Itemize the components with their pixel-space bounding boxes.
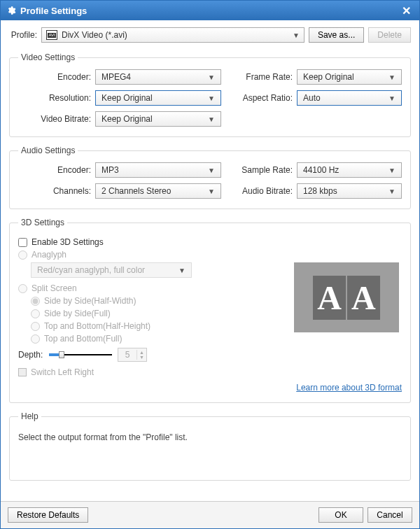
anaglyph-row: Anaglyph: [18, 250, 402, 260]
chevron-down-icon: ▼: [208, 167, 215, 174]
aspect-label: Aspect Ratio:: [241, 93, 297, 103]
tb-full-radio: [31, 334, 40, 344]
profile-value: DivX Video (*.avi): [62, 30, 127, 40]
help-legend: Help: [18, 411, 41, 421]
audio-settings-group: Audio Settings Encoder: MP3▼ Sample Rate…: [9, 146, 411, 209]
help-text: Select the output format from the "Profi…: [18, 432, 402, 442]
three-d-settings-group: 3D Settings Enable 3D Settings Anaglyph …: [9, 218, 411, 403]
video-encoder-label: Encoder:: [18, 72, 95, 82]
three-d-preview: AA: [294, 262, 399, 332]
chevron-down-icon: ▼: [388, 73, 396, 81]
video-settings-group: Video Settings Encoder: MPEG4▼ Frame Rat…: [9, 52, 411, 137]
profile-row: Profile: DivX Video (*.avi) ▼ Save as...…: [9, 27, 411, 43]
titlebar: Profile Settings ✕: [1, 1, 419, 20]
help-group: Help Select the output format from the "…: [9, 411, 411, 481]
window: Profile Settings ✕ Profile: DivX Video (…: [0, 0, 420, 529]
sbs-full-radio: [31, 309, 40, 318]
chevron-down-icon: ▼: [388, 94, 396, 102]
delete-button: Delete: [368, 27, 411, 43]
tb-half-radio: [31, 322, 40, 331]
channels-select[interactable]: 2 Channels Stereo▼: [95, 183, 221, 199]
learn-more-link[interactable]: Learn more about 3D format: [296, 383, 402, 393]
video-settings-legend: Video Settings: [18, 52, 78, 62]
depth-slider[interactable]: [49, 349, 112, 360]
switch-lr-checkbox: [18, 368, 27, 376]
window-title: Profile Settings: [20, 6, 87, 16]
chevron-down-icon: ▼: [139, 355, 144, 360]
chevron-down-icon: ▼: [208, 188, 215, 195]
avi-icon: [46, 30, 57, 40]
enable-3d-checkbox[interactable]: [18, 238, 27, 247]
chevron-down-icon: ▼: [208, 115, 215, 123]
depth-spinner: ▲▼: [118, 348, 147, 362]
audio-bitrate-label: Audio Bitrate:: [241, 186, 297, 196]
profile-label: Profile:: [9, 30, 37, 40]
chevron-down-icon: ▼: [388, 167, 396, 174]
resolution-label: Resolution:: [18, 93, 95, 103]
chevron-down-icon: ▼: [293, 31, 300, 39]
audio-settings-legend: Audio Settings: [18, 146, 78, 155]
video-bitrate-select[interactable]: Keep Original▼: [95, 111, 221, 127]
video-bitrate-label: Video Bitrate:: [18, 114, 95, 124]
tb-half-label: Top and Bottom(Half-Height): [44, 321, 150, 331]
slider-thumb[interactable]: [59, 351, 64, 358]
samplerate-label: Sample Rate:: [241, 165, 297, 175]
anaglyph-radio: [18, 251, 27, 260]
ok-button[interactable]: OK: [318, 507, 363, 523]
resolution-select[interactable]: Keep Original▼: [95, 90, 221, 106]
anaglyph-label: Anaglyph: [31, 250, 66, 260]
chevron-down-icon: ▼: [208, 94, 215, 102]
audio-bitrate-select[interactable]: 128 kbps▼: [297, 183, 402, 199]
chevron-down-icon: ▼: [388, 188, 396, 195]
enable-3d-row: Enable 3D Settings: [18, 237, 402, 247]
anaglyph-type-select: Red/cyan anaglyph, full color▼: [31, 262, 192, 278]
chevron-up-icon: ▲: [139, 350, 144, 355]
depth-row: Depth: ▲▼: [18, 348, 402, 362]
chevron-down-icon: ▼: [208, 73, 215, 81]
split-screen-radio: [18, 284, 27, 293]
three-d-settings-legend: 3D Settings: [18, 218, 67, 227]
sbs-half-radio: [31, 297, 40, 306]
cancel-button[interactable]: Cancel: [368, 507, 412, 523]
sbs-half-label: Side by Side(Half-Width): [44, 296, 136, 306]
audio-encoder-label: Encoder:: [18, 165, 95, 175]
audio-encoder-select[interactable]: MP3▼: [95, 162, 221, 178]
aspect-select[interactable]: Auto▼: [297, 90, 402, 106]
depth-label: Depth:: [18, 350, 43, 360]
channels-label: Channels:: [18, 186, 95, 196]
footer: Restore Defaults OK Cancel: [1, 501, 419, 528]
switch-lr-label: Switch Left Right: [31, 367, 94, 377]
tb-full-label: Top and Bottom(Full): [44, 334, 122, 344]
profile-select[interactable]: DivX Video (*.avi) ▼: [41, 27, 304, 43]
save-as-button[interactable]: Save as...: [309, 27, 364, 43]
framerate-label: Frame Rate:: [241, 72, 297, 82]
switch-lr-row: Switch Left Right: [18, 367, 402, 377]
content-area: Profile: DivX Video (*.avi) ▼ Save as...…: [1, 20, 419, 501]
split-screen-label: Split Screen: [31, 283, 77, 293]
framerate-select[interactable]: Keep Original▼: [297, 69, 402, 85]
restore-defaults-button[interactable]: Restore Defaults: [8, 507, 88, 523]
gear-icon: [6, 6, 16, 15]
close-icon[interactable]: ✕: [399, 4, 414, 17]
sbs-full-label: Side by Side(Full): [44, 309, 111, 318]
depth-value: [118, 350, 136, 360]
video-encoder-select[interactable]: MPEG4▼: [95, 69, 221, 85]
enable-3d-label: Enable 3D Settings: [31, 237, 104, 247]
samplerate-select[interactable]: 44100 Hz▼: [297, 162, 402, 178]
chevron-down-icon: ▼: [178, 267, 186, 274]
